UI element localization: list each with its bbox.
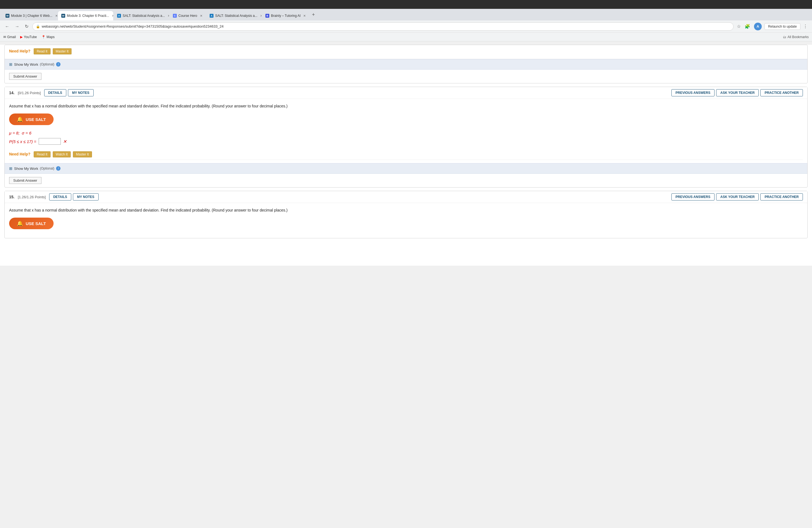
tab1-favicon: W — [5, 14, 10, 18]
q14-submit-button[interactable]: Submit Answer — [9, 177, 41, 184]
top-need-help-label: Need Help? — [9, 49, 30, 53]
browser-tabbar: W Module 3 | Chapter 6 Web... ✕ W Module… — [0, 9, 812, 20]
q15-ask-teacher-button[interactable]: ASK YOUR TEACHER — [716, 193, 759, 201]
top-read-it-button[interactable]: Read It — [34, 48, 50, 54]
bookmark-star-button[interactable]: ☆ — [736, 23, 742, 30]
q14-practice-another-button[interactable]: PRACTICE ANOTHER — [760, 89, 803, 97]
q15-right-buttons: PREVIOUS ANSWERS ASK YOUR TEACHER PRACTI… — [671, 193, 803, 201]
q15-details-button[interactable]: DETAILS — [49, 193, 71, 201]
tab6-label: Brainly – Tutoring AI — [271, 14, 301, 18]
question-15-section: 15. [1.26/1.26 Points] DETAILS MY NOTES … — [4, 191, 808, 238]
browser-titlebar — [0, 0, 812, 9]
maps-icon: 📍 — [41, 35, 46, 39]
top-need-help-area: Need Help? Read It Master It — [5, 45, 807, 59]
question-15-body: Assume that x has a normal distribution … — [5, 203, 807, 238]
q14-expand-icon[interactable]: ⊞ — [9, 166, 12, 171]
tab4-close[interactable]: ✕ — [200, 14, 202, 18]
q14-work-help-icon[interactable]: ? — [56, 166, 60, 171]
browser-tab-4[interactable]: C Course Hero ✕ — [170, 11, 206, 20]
tab1-label: Module 3 | Chapter 6 Web... — [11, 14, 53, 18]
profile-button[interactable]: A — [753, 21, 763, 31]
tab5-favicon: A — [209, 14, 214, 18]
q14-master-it-button[interactable]: Master It — [73, 151, 92, 157]
q15-my-notes-button[interactable]: MY NOTES — [73, 193, 98, 201]
q15-practice-another-button[interactable]: PRACTICE ANOTHER — [760, 193, 803, 201]
lock-icon: 🔒 — [36, 25, 40, 28]
q15-points: [1.26/1.26 Points] — [18, 195, 46, 199]
tab5-close[interactable]: ✕ — [260, 14, 262, 18]
bookmark-youtube[interactable]: ▶ YouTube — [20, 35, 37, 39]
q14-points: [0/1.26 Points] — [18, 91, 41, 95]
forward-button[interactable]: → — [13, 23, 21, 30]
q14-my-notes-button[interactable]: MY NOTES — [68, 89, 93, 97]
bookmark-gmail[interactable]: ✉ Gmail — [3, 35, 16, 39]
browser-tab-1[interactable]: W Module 3 | Chapter 6 Web... ✕ — [2, 11, 57, 20]
salt-icon: 🔔 — [17, 116, 23, 122]
browser-toolbar: ← → ↻ 🔒 webassign.net/web/Student/Assign… — [0, 20, 812, 33]
q15-use-salt-label: USE SALT — [26, 221, 46, 226]
youtube-icon: ▶ — [20, 35, 23, 39]
toolbar-actions: ☆ 🧩 A Relaunch to update ⋮ — [736, 21, 809, 31]
tab6-favicon: B — [265, 14, 269, 18]
q14-show-work-label: Show My Work — [14, 166, 38, 171]
q14-prob-line: P(5 ≤ x ≤ 17) = ✕ — [9, 138, 803, 145]
q14-clear-icon[interactable]: ✕ — [63, 139, 67, 144]
tab1-close[interactable]: ✕ — [55, 14, 57, 18]
q14-need-help-area: Need Help? Read It Watch It Master It — [9, 149, 803, 160]
q14-formula-mu: μ = 8; — [9, 131, 19, 135]
q14-use-salt-button[interactable]: 🔔 USE SALT — [9, 114, 54, 125]
gmail-icon: ✉ — [3, 35, 6, 39]
all-bookmarks[interactable]: 🗂 All Bookmarks — [783, 35, 809, 39]
menu-button[interactable]: ⋮ — [802, 23, 809, 30]
q14-show-my-work: ⊞ Show My Work (Optional) ? — [5, 163, 807, 174]
q14-number: 14. — [9, 91, 14, 95]
work-help-icon[interactable]: ? — [56, 62, 60, 67]
q14-watch-it-button[interactable]: Watch It — [53, 151, 71, 157]
refresh-button[interactable]: ↻ — [23, 23, 30, 30]
browser-tab-6[interactable]: B Brainly – Tutoring AI ✕ — [262, 11, 309, 20]
q14-prob-label: P(5 ≤ x ≤ 17) = — [9, 139, 37, 144]
bookmark-maps[interactable]: 📍 Maps — [41, 35, 55, 39]
bookmark-gmail-label: Gmail — [7, 35, 16, 39]
q15-use-salt-button[interactable]: 🔔 USE SALT — [9, 218, 54, 229]
question-15-header: 15. [1.26/1.26 Points] DETAILS MY NOTES … — [5, 191, 807, 203]
question-14-body: Assume that x has a normal distribution … — [5, 99, 807, 163]
q15-left-buttons: DETAILS MY NOTES — [49, 193, 668, 201]
bookmark-maps-label: Maps — [47, 35, 55, 39]
q14-ask-teacher-button[interactable]: ASK YOUR TEACHER — [716, 89, 759, 97]
q14-use-salt-label: USE SALT — [26, 117, 46, 122]
q14-formula-sigma: σ = 6 — [22, 131, 31, 135]
browser-tab-2[interactable]: W Module 3: Chapter 6 Practi... ✕ — [58, 11, 113, 20]
q14-details-button[interactable]: DETAILS — [44, 89, 66, 97]
q14-show-work-optional: (Optional) — [40, 166, 54, 171]
q15-previous-answers-button[interactable]: PREVIOUS ANSWERS — [671, 193, 714, 201]
back-button[interactable]: ← — [3, 23, 11, 30]
bookmarks-bar: ✉ Gmail ▶ YouTube 📍 Maps 🗂 All Bookmarks — [0, 33, 812, 41]
question-14-section: 14. [0/1.26 Points] DETAILS MY NOTES PRE… — [4, 87, 808, 188]
tab5-label: SALT: Statistical Analysis a... — [215, 14, 257, 18]
tab3-favicon: A — [117, 14, 121, 18]
q14-read-it-button[interactable]: Read It — [34, 151, 50, 157]
q14-left-buttons: DETAILS MY NOTES — [44, 89, 668, 97]
user-avatar: A — [754, 23, 762, 30]
tab2-label: Module 3: Chapter 6 Practi... — [67, 14, 109, 18]
tab6-close[interactable]: ✕ — [303, 14, 306, 18]
tab2-close[interactable]: ✕ — [112, 14, 113, 18]
q14-prob-input[interactable] — [39, 138, 61, 145]
expand-icon[interactable]: ⊞ — [9, 62, 12, 67]
top-submit-button[interactable]: Submit Answer — [9, 73, 41, 80]
tab4-favicon: C — [173, 14, 177, 18]
browser-tab-3[interactable]: A SALT: Statistical Analysis a... ✕ — [114, 11, 169, 20]
all-bookmarks-label: All Bookmarks — [787, 35, 809, 39]
new-tab-button[interactable]: + — [309, 12, 317, 18]
tab3-close[interactable]: ✕ — [168, 14, 169, 18]
top-partial-section: Need Help? Read It Master It ⊞ Show My W… — [4, 45, 808, 84]
extensions-button[interactable]: 🧩 — [743, 23, 751, 30]
show-work-optional: (Optional) — [40, 62, 54, 66]
browser-tab-5[interactable]: A SALT: Statistical Analysis a... ✕ — [206, 11, 262, 20]
q14-formula: μ = 8; σ = 6 — [9, 131, 803, 135]
address-bar[interactable]: 🔒 webassign.net/web/Student/Assignment-R… — [32, 23, 734, 31]
relaunch-button[interactable]: Relaunch to update — [765, 23, 800, 30]
q14-previous-answers-button[interactable]: PREVIOUS ANSWERS — [671, 89, 714, 97]
top-master-it-button[interactable]: Master It — [53, 48, 72, 54]
